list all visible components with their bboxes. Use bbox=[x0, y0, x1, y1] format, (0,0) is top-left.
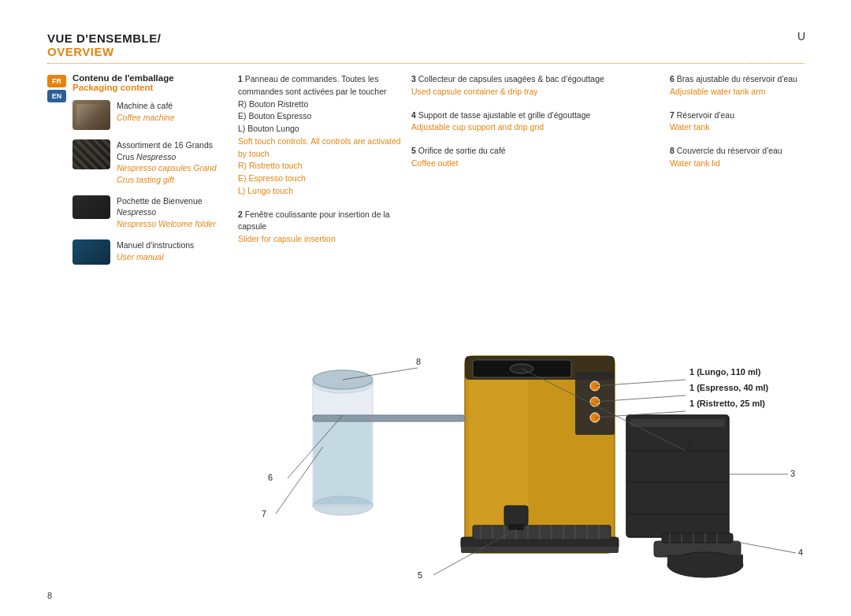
svg-rect-32 bbox=[662, 533, 733, 543]
folder-name-fr: Pochette de Bienvenue Nespresso bbox=[117, 195, 230, 218]
capsules-image bbox=[72, 139, 110, 169]
item-3-fr: Collecteur de capsules usagées & bac d'é… bbox=[418, 74, 604, 83]
package-item-coffee-machine: Machine à café Coffee machine bbox=[72, 100, 230, 130]
svg-text:3: 3 bbox=[790, 469, 795, 478]
manual-text: Manuel d'instructions User manual bbox=[117, 239, 194, 262]
section-title-fr: Contenu de l'emballage bbox=[72, 73, 230, 83]
package-item-capsules: Assortiment de 16 Grands Crus Nespresso … bbox=[72, 139, 230, 186]
svg-text:1 (Lungo, 110 ml): 1 (Lungo, 110 ml) bbox=[689, 367, 761, 377]
item-7-fr: Réservoir d'eau bbox=[677, 110, 734, 120]
num-item-8: 8 Couvercle du réservoir d'eau Water tan… bbox=[670, 145, 804, 170]
svg-rect-40 bbox=[313, 415, 465, 421]
item-8-fr: Couvercle du réservoir d'eau bbox=[677, 146, 782, 155]
header-divider bbox=[47, 63, 804, 64]
item-2-en: Slider for capsule insertion bbox=[238, 234, 336, 243]
svg-rect-13 bbox=[461, 547, 619, 553]
coffee-machine-name-en: Coffee machine bbox=[117, 112, 175, 124]
num-item-7: 7 Réservoir d'eau Water tank bbox=[670, 109, 804, 135]
num-item-2: 2 Fenêtre coulissante pour insertion de … bbox=[238, 209, 403, 246]
main-content: FR EN Contenu de l'emballage Packaging c… bbox=[47, 73, 804, 274]
coffee-machine-name-fr: Machine à café bbox=[117, 100, 175, 112]
left-column: Contenu de l'emballage Packaging content… bbox=[72, 73, 230, 274]
svg-rect-4 bbox=[314, 419, 372, 504]
capsules-name-en: Nespresso capsules Grand Crus tasting gi… bbox=[117, 162, 230, 185]
item-5-en: Coffee outlet bbox=[411, 158, 458, 168]
item-5-fr: Orifice de sortie du café bbox=[418, 146, 506, 155]
num-1: 1 bbox=[238, 74, 245, 83]
badge-fr: FR bbox=[47, 75, 66, 87]
page-number: 8 bbox=[47, 591, 52, 600]
svg-rect-42 bbox=[508, 524, 524, 530]
num-2: 2 bbox=[238, 210, 245, 219]
svg-text:4: 4 bbox=[798, 547, 803, 557]
right-col-2: 6 Bras ajustable du réservoir d'eau Adju… bbox=[670, 73, 804, 181]
folder-name-en: Nespresso Welcome folder bbox=[117, 218, 230, 230]
corner-mark: U bbox=[797, 30, 805, 43]
svg-text:6: 6 bbox=[268, 473, 273, 482]
folder-text: Pochette de Bienvenue Nespresso Nespress… bbox=[117, 195, 230, 230]
capsules-name-fr: Assortiment de 16 Grands Crus Nespresso bbox=[117, 139, 230, 162]
section-title-en: Packaging content bbox=[72, 83, 230, 92]
package-item-manual: Manuel d'instructions User manual bbox=[72, 239, 230, 265]
right-top: 3 Collecteur de capsules usagées & bac d… bbox=[411, 73, 804, 181]
manual-name-fr: Manuel d'instructions bbox=[117, 239, 194, 251]
svg-text:1 (Espresso, 40 ml): 1 (Espresso, 40 ml) bbox=[689, 383, 769, 392]
item-7-en: Water tank bbox=[670, 122, 709, 132]
header-title-en: OVERVIEW bbox=[47, 45, 114, 58]
item-2-fr: Fenêtre coulissante pour insertion de la… bbox=[238, 210, 390, 232]
diagram-container: 1 (Lungo, 110 ml) 1 (Espresso, 40 ml) 1 … bbox=[197, 293, 835, 592]
num-8: 8 bbox=[670, 146, 677, 155]
middle-column: 1 Panneau de commandes. Toutes les comma… bbox=[230, 73, 403, 274]
coffee-machine-image bbox=[72, 100, 110, 130]
header: VUE D'ENSEMBLE/ OVERVIEW bbox=[47, 32, 804, 64]
svg-rect-27 bbox=[630, 419, 725, 427]
num-item-3: 3 Collecteur de capsules usagées & bac d… bbox=[411, 73, 654, 98]
item-4-fr: Support de tasse ajustable et grille d'é… bbox=[418, 110, 591, 120]
svg-text:2: 2 bbox=[688, 439, 693, 448]
svg-text:7: 7 bbox=[262, 509, 266, 518]
svg-line-48 bbox=[733, 541, 796, 553]
machine-diagram: 1 (Lungo, 110 ml) 1 (Espresso, 40 ml) 1 … bbox=[197, 293, 843, 592]
svg-text:5: 5 bbox=[418, 570, 422, 580]
num-item-1: 1 Panneau de commandes. Toutes les comma… bbox=[238, 73, 403, 198]
page: U VUE D'ENSEMBLE/ OVERVIEW FR EN Contenu… bbox=[0, 0, 851, 616]
svg-rect-39 bbox=[667, 555, 743, 565]
svg-text:1 (Ristretto, 25 ml): 1 (Ristretto, 25 ml) bbox=[689, 399, 765, 408]
header-title-fr: VUE D'ENSEMBLE/ bbox=[47, 32, 161, 45]
svg-rect-41 bbox=[504, 506, 528, 525]
right-columns: 3 Collecteur de capsules usagées & bac d… bbox=[403, 73, 804, 274]
num-3: 3 bbox=[411, 74, 418, 83]
coffee-machine-text: Machine à café Coffee machine bbox=[117, 100, 175, 123]
item-6-en: Adjustable water tank arm bbox=[670, 87, 765, 96]
item-4-en: Adjustable cup support and drip grid bbox=[411, 122, 544, 132]
right-col-1: 3 Collecteur de capsules usagées & bac d… bbox=[411, 73, 654, 181]
manual-name-en: User manual bbox=[117, 251, 194, 263]
package-item-folder: Pochette de Bienvenue Nespresso Nespress… bbox=[72, 195, 230, 230]
num-item-4: 4 Support de tasse ajustable et grille d… bbox=[411, 109, 654, 135]
lang-badges: FR EN bbox=[47, 75, 66, 274]
item-1-fr: Panneau de commandes. Toutes les command… bbox=[238, 74, 387, 133]
manual-image bbox=[72, 239, 110, 265]
num-5: 5 bbox=[411, 146, 418, 155]
num-item-5: 5 Orifice de sortie du café Coffee outle… bbox=[411, 145, 654, 170]
svg-rect-14 bbox=[473, 525, 611, 540]
capsules-text: Assortiment de 16 Grands Crus Nespresso … bbox=[117, 139, 230, 186]
svg-text:8: 8 bbox=[416, 357, 421, 366]
num-4: 4 bbox=[411, 110, 418, 120]
badge-en: EN bbox=[47, 90, 66, 102]
item-3-en: Used capsule container & drip tray bbox=[411, 87, 538, 96]
num-7: 7 bbox=[670, 110, 677, 120]
folder-image bbox=[72, 195, 110, 219]
num-6: 6 bbox=[670, 74, 677, 83]
item-8-en: Water tank lid bbox=[670, 158, 720, 168]
item-1-en: Soft touch controls. All controls are ac… bbox=[238, 136, 401, 195]
svg-rect-26 bbox=[626, 415, 729, 537]
num-item-6: 6 Bras ajustable du réservoir d'eau Adju… bbox=[670, 73, 804, 98]
item-6-fr: Bras ajustable du réservoir d'eau bbox=[677, 74, 797, 83]
